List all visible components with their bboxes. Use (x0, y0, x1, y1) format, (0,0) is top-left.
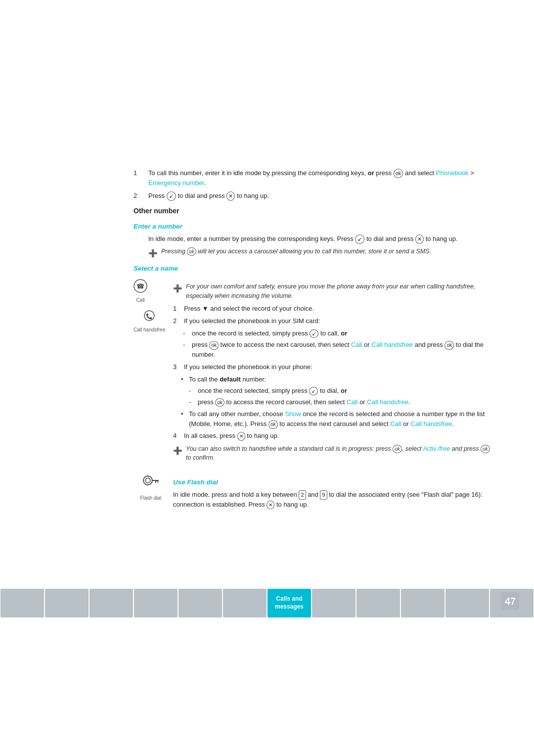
select-a-name-info2-text: You can also switch to handsfree while a… (186, 444, 494, 463)
info-icon-1: ➕ (148, 247, 159, 259)
call-icon-label: Call (136, 296, 144, 304)
step-2-dash-1: - once the record is selected, simply pr… (183, 329, 494, 338)
step-3-bullet-text-1: To call the default number: (189, 375, 266, 384)
select-a-name-right: ➕ For your own comfort and safety, ensur… (173, 279, 494, 466)
info-icon-2: ➕ (173, 283, 184, 294)
step-3-b1-dash-1: - once the record selected, simply press… (189, 386, 494, 396)
intro-text-2: Press ↙ to dial and press ✕ to hang up. (148, 191, 269, 201)
nav-segment-6 (223, 589, 267, 617)
num-1: 1 (134, 168, 148, 188)
flash-dial-content: Use Flash dial In idle mode, press and h… (173, 472, 494, 510)
step-3-b1-dash-text-1: once the record selected, simply press ↙… (198, 386, 347, 396)
step-text-3: If you selected the phonebook in your ph… (184, 362, 312, 372)
bullet-2: • (181, 409, 189, 429)
page-number: 47 (501, 592, 519, 610)
left-icons: ☎ Call 📞 Call handsfree (134, 279, 173, 466)
dash-2: - (183, 340, 192, 360)
intro-item-2: 2 Press ↙ to dial and press ✕ to hang up… (134, 191, 494, 201)
nav-segment-1 (0, 589, 44, 617)
nav-segment-9 (356, 589, 400, 617)
step-num-4: 4 (173, 431, 184, 441)
bottom-nav: Calls andmessages (0, 589, 534, 617)
enter-a-number-text: In idle mode, enter a number by pressing… (148, 234, 494, 244)
select-a-name-info2: ➕ You can also switch to handsfree while… (173, 444, 494, 463)
nav-segment-11 (445, 589, 489, 617)
call-handsfree-icon: 📞 (142, 310, 157, 325)
step-num-1: 1 (173, 304, 184, 314)
step-3-bullet-1: • To call the default number: (181, 375, 494, 384)
nav-segment-3 (89, 589, 133, 617)
step-3-bullets: • To call the default number: - once the… (181, 375, 494, 429)
step-2-dash-text-2: press ok twice to access the next carous… (192, 340, 494, 360)
top-space (0, 0, 534, 168)
select-a-name-section: ☎ Call 📞 Call handsfree (134, 279, 494, 466)
svg-text:📞: 📞 (146, 312, 153, 319)
enter-a-number-heading: Enter a number (134, 222, 494, 232)
nav-segment-5 (178, 589, 222, 617)
intro-text-1: To call this number, enter it in idle mo… (148, 168, 494, 188)
use-flash-dial-heading: Use Flash dial (173, 477, 494, 488)
nav-segment-8 (312, 589, 356, 617)
select-a-name-info-text: For your own comfort and safety, ensure … (186, 282, 494, 301)
step-3-bullet-text-2: To call any other number, choose Show on… (189, 409, 494, 429)
step-2-dash-2: - press ok twice to access the next caro… (183, 340, 494, 360)
call-icon-item: ☎ Call (134, 279, 147, 304)
other-number-heading: Other number (134, 206, 494, 217)
step-num-2: 2 (173, 316, 184, 326)
step-text-1: Press ▼ and select the record of your ch… (184, 304, 314, 314)
step-2-dash-text-1: once the record is selected, simply pres… (192, 329, 347, 338)
step-3: 3 If you selected the phonebook in your … (173, 362, 494, 372)
num-2: 2 (134, 191, 148, 201)
use-flash-dial-section: Flash dial Use Flash dial In idle mode, … (134, 472, 494, 510)
bullet-1: • (181, 375, 189, 384)
step-text-4: In all cases, press ✕ to hang up. (184, 431, 279, 441)
flash-dial-label: Flash dial (140, 494, 162, 502)
flash-dial-icon (142, 472, 160, 493)
dash-1: - (183, 329, 192, 338)
call-handsfree-icon-item: 📞 Call handsfree (134, 310, 165, 333)
step-3-b1-dash-2: - press ok to access the record carousel… (189, 397, 494, 407)
enter-a-number-info-text: Pressing ok will let you access a carous… (161, 247, 431, 256)
step-num-3: 3 (173, 362, 184, 372)
step-3-bullet-2: • To call any other number, choose Show … (181, 409, 494, 429)
step-text-2: If you selected the phonebook in your SI… (184, 316, 320, 326)
select-a-name-info1: ➕ For your own comfort and safety, ensur… (173, 282, 494, 301)
step-3-b1-dash-text-2: press ok to access the record carousel, … (198, 397, 410, 407)
dash-3: - (189, 386, 198, 396)
main-content: 1 To call this number, enter it in idle … (134, 168, 494, 510)
step-1: 1 Press ▼ and select the record of your … (173, 304, 494, 314)
step-2-dashes: - once the record is selected, simply pr… (183, 329, 494, 360)
svg-point-5 (145, 478, 150, 483)
svg-point-4 (143, 476, 152, 485)
page: 1 To call this number, enter it in idle … (0, 0, 534, 756)
enter-a-number-content: In idle mode, enter a number by pressing… (148, 234, 494, 259)
info-icon-3: ➕ (173, 445, 184, 456)
select-a-name-heading: Select a name (134, 264, 494, 274)
flash-dial-icon-item: Flash dial (140, 472, 162, 502)
enter-a-number-info: ➕ Pressing ok will let you access a caro… (148, 247, 494, 259)
flash-dial-icon-area: Flash dial (134, 472, 173, 508)
nav-segment-2 (45, 589, 89, 617)
svg-text:☎: ☎ (136, 283, 144, 290)
step-2: 2 If you selected the phonebook in your … (173, 316, 494, 326)
call-icon: ☎ (134, 279, 147, 295)
step-4: 4 In all cases, press ✕ to hang up. (173, 431, 494, 441)
call-handsfree-icon-label: Call handsfree (134, 326, 165, 334)
nav-segment-active: Calls andmessages (267, 589, 311, 617)
flash-dial-text: In idle mode, press and hold a key betwe… (173, 490, 494, 510)
step-3-bullet-1-dashes: - once the record selected, simply press… (189, 386, 494, 407)
nav-segment-10 (401, 589, 445, 617)
nav-active-label: Calls andmessages (275, 595, 304, 611)
intro-item-1: 1 To call this number, enter it in idle … (134, 168, 494, 188)
nav-segment-4 (134, 589, 178, 617)
dash-4: - (189, 397, 198, 407)
